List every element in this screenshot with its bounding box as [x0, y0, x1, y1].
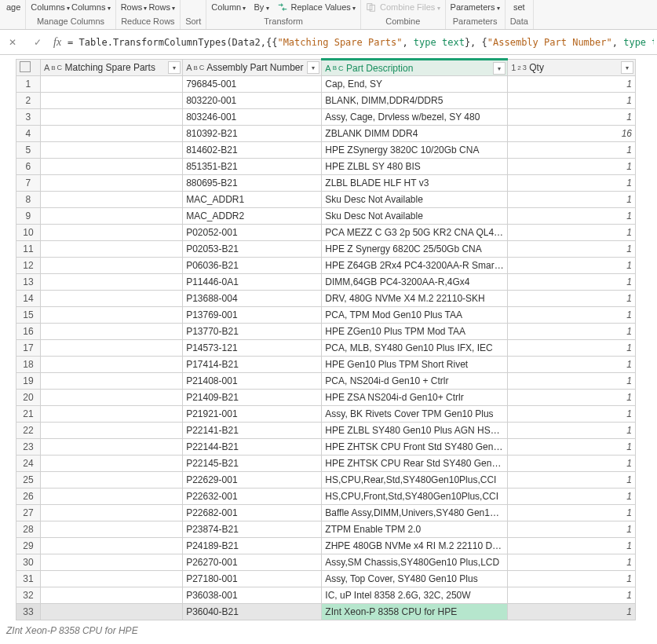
cell-qty[interactable]: 1: [508, 357, 636, 373]
row-number[interactable]: 25: [16, 472, 41, 488]
cell-matching-spare-parts[interactable]: [40, 604, 182, 620]
cell-part-description[interactable]: Assy, Cage, Drvless w/bezel, SY 480: [322, 109, 508, 126]
column-header-qty[interactable]: 123 Qty▾: [508, 60, 636, 76]
cell-matching-spare-parts[interactable]: [40, 538, 182, 554]
cell-qty[interactable]: 1: [508, 538, 636, 554]
row-number[interactable]: 6: [16, 159, 41, 175]
cell-assembly-part-number[interactable]: P02053-B21: [183, 241, 322, 258]
filter-dropdown-icon[interactable]: ▾: [621, 61, 633, 74]
row-number[interactable]: 32: [16, 587, 41, 604]
cell-assembly-part-number[interactable]: P22144-B21: [183, 439, 322, 456]
cell-qty[interactable]: 1: [508, 488, 636, 505]
cell-matching-spare-parts[interactable]: [40, 571, 182, 587]
cell-qty[interactable]: 1: [508, 159, 636, 175]
row-number[interactable]: 1: [16, 76, 41, 93]
column-header-matching-spare-parts[interactable]: ABC Matching Spare Parts▾: [40, 60, 182, 76]
filter-dropdown-icon[interactable]: ▾: [168, 61, 181, 74]
row-number[interactable]: 23: [16, 439, 41, 456]
cell-qty[interactable]: 1: [508, 208, 636, 225]
ribbon-btn-columns2[interactable]: Columns: [71, 2, 111, 12]
cell-assembly-part-number[interactable]: P22632-001: [183, 488, 322, 505]
cell-part-description[interactable]: HPE Z Synergy 6820C 25/50Gb CNA: [322, 241, 508, 258]
cell-part-description[interactable]: HS,CPU,Rear,Std,SY480Gen10Plus,CCI: [322, 472, 508, 488]
cell-qty[interactable]: 1: [508, 571, 636, 587]
cell-qty[interactable]: 1: [508, 192, 636, 208]
row-number[interactable]: 26: [16, 488, 41, 505]
cell-assembly-part-number[interactable]: 851351-B21: [183, 159, 322, 175]
fx-icon[interactable]: fx: [53, 36, 61, 49]
cell-part-description[interactable]: PCA, NS204i-d Gen10 + Ctrlr: [322, 373, 508, 390]
cell-qty[interactable]: 1: [508, 307, 636, 324]
cell-matching-spare-parts[interactable]: [40, 423, 182, 439]
cell-matching-spare-parts[interactable]: [40, 258, 182, 274]
cell-assembly-part-number[interactable]: 814602-B21: [183, 142, 322, 159]
table-row[interactable]: 7880695-B21ZLBL BLADE HLF HT v31: [16, 175, 636, 192]
cell-qty[interactable]: 1: [508, 423, 636, 439]
accept-icon[interactable]: ✓: [28, 33, 47, 52]
cell-part-description[interactable]: HPE ZSA NS204i-d Gen10+ Ctrlr: [322, 390, 508, 406]
table-row[interactable]: 13P11446-0A1DIMM,64GB PC4-3200AA-R,4Gx41: [16, 274, 636, 291]
table-row[interactable]: 2803220-001BLANK, DIMM,DDR4/DDR51: [16, 93, 636, 109]
cell-qty[interactable]: 1: [508, 291, 636, 307]
row-number[interactable]: 11: [16, 241, 41, 258]
row-number[interactable]: 28: [16, 521, 41, 538]
cell-assembly-part-number[interactable]: P23874-B21: [183, 521, 322, 538]
cell-assembly-part-number[interactable]: P22682-001: [183, 505, 322, 521]
row-number[interactable]: 19: [16, 373, 41, 390]
cell-assembly-part-number[interactable]: 810392-B21: [183, 126, 322, 142]
cell-qty[interactable]: 1: [508, 587, 636, 604]
table-row[interactable]: 4810392-B21ZBLANK DIMM DDR416: [16, 126, 636, 142]
cell-matching-spare-parts[interactable]: [40, 142, 182, 159]
cell-qty[interactable]: 1: [508, 274, 636, 291]
cell-part-description[interactable]: ZTPM Enable TPM 2.0: [322, 521, 508, 538]
cell-assembly-part-number[interactable]: P21408-001: [183, 373, 322, 390]
cell-part-description[interactable]: DRV, 480G NVMe X4 M.2 22110-SKH: [322, 291, 508, 307]
cell-assembly-part-number[interactable]: P11446-0A1: [183, 274, 322, 291]
cell-assembly-part-number[interactable]: 803246-001: [183, 109, 322, 126]
table-row[interactable]: 11P02053-B21HPE Z Synergy 6820C 25/50Gb …: [16, 241, 636, 258]
cell-assembly-part-number[interactable]: P21409-B21: [183, 390, 322, 406]
cell-matching-spare-parts[interactable]: [40, 357, 182, 373]
cell-qty[interactable]: 1: [508, 406, 636, 423]
cell-part-description[interactable]: DIMM,64GB PC4-3200AA-R,4Gx4: [322, 274, 508, 291]
row-number[interactable]: 27: [16, 505, 41, 521]
cell-matching-spare-parts[interactable]: [40, 241, 182, 258]
row-number[interactable]: 24: [16, 456, 41, 472]
row-number[interactable]: 15: [16, 307, 41, 324]
table-row[interactable]: 24P22145-B21HPE ZHTSK CPU Rear Std SY480…: [16, 456, 636, 472]
cell-qty[interactable]: 1: [508, 604, 636, 620]
cell-assembly-part-number[interactable]: MAC_ADDR1: [183, 192, 322, 208]
formula-text[interactable]: = Table.TransformColumnTypes(Data2,{{"Ma…: [68, 37, 654, 48]
ribbon-btn-parameters[interactable]: Parameters: [451, 2, 500, 12]
cell-part-description[interactable]: HPE Z64GB 2Rx4 PC4-3200AA-R Smart Kit: [322, 258, 508, 274]
cell-part-description[interactable]: Cap, End, SY: [322, 76, 508, 93]
cell-part-description[interactable]: HPE ZLBL SY 480 BIS: [322, 159, 508, 175]
cell-assembly-part-number[interactable]: 880695-B21: [183, 175, 322, 192]
cell-qty[interactable]: 1: [508, 109, 636, 126]
ribbon-label[interactable]: age: [6, 2, 20, 12]
row-number[interactable]: 31: [16, 571, 41, 587]
table-corner[interactable]: [16, 60, 41, 76]
cell-qty[interactable]: 1: [508, 340, 636, 357]
row-number[interactable]: 12: [16, 258, 41, 274]
cell-assembly-part-number[interactable]: P26270-001: [183, 554, 322, 571]
cell-part-description[interactable]: BLANK, DIMM,DDR4/DDR5: [322, 93, 508, 109]
cell-assembly-part-number[interactable]: P13769-001: [183, 307, 322, 324]
cell-matching-spare-parts[interactable]: [40, 175, 182, 192]
cell-qty[interactable]: 1: [508, 521, 636, 538]
cell-qty[interactable]: 1: [508, 324, 636, 340]
table-row[interactable]: 20P21409-B21HPE ZSA NS204i-d Gen10+ Ctrl…: [16, 390, 636, 406]
cell-assembly-part-number[interactable]: P22141-B21: [183, 423, 322, 439]
cell-assembly-part-number[interactable]: P24189-B21: [183, 538, 322, 554]
cell-assembly-part-number[interactable]: P22145-B21: [183, 456, 322, 472]
cell-matching-spare-parts[interactable]: [40, 472, 182, 488]
table-row[interactable]: 10P02052-001PCA MEZZ C G3 2p 50G KR2 CNA…: [16, 225, 636, 241]
cell-qty[interactable]: 1: [508, 373, 636, 390]
ribbon-btn-rows[interactable]: Rows: [121, 2, 148, 12]
cell-part-description[interactable]: Baffle Assy,DIMM,Univers,SY480 Gen10Plu: [322, 505, 508, 521]
cell-part-description[interactable]: Sku Desc Not Available: [322, 192, 508, 208]
cell-part-description[interactable]: HPE ZSynergy 3820C 10/20Gb CNA: [322, 142, 508, 159]
cell-part-description[interactable]: IC, uP Intel 8358 2.6G, 32C, 250W: [322, 587, 508, 604]
cell-matching-spare-parts[interactable]: [40, 521, 182, 538]
cell-matching-spare-parts[interactable]: [40, 390, 182, 406]
